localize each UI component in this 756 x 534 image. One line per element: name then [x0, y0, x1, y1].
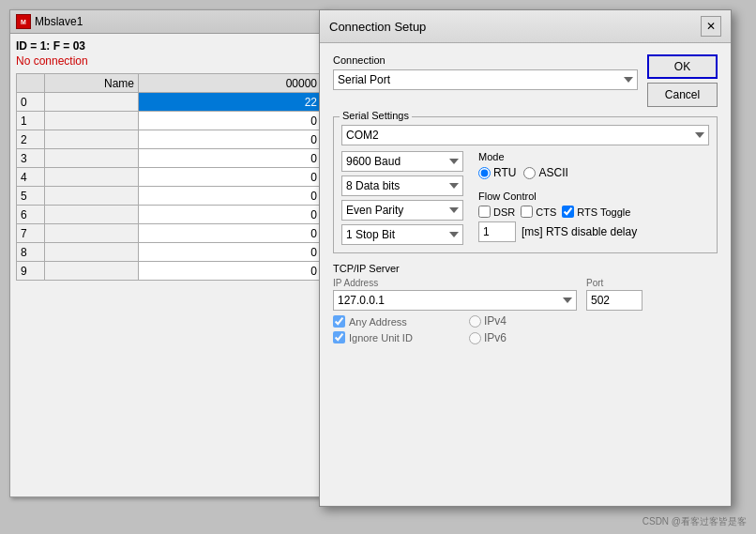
- row-value: 0: [139, 130, 322, 149]
- row-name: [45, 112, 139, 130]
- main-title: Mbslave1: [35, 15, 83, 28]
- port-input[interactable]: [586, 290, 643, 311]
- table-row: 10: [17, 112, 322, 130]
- table-row: 20: [17, 130, 322, 149]
- row-name: [45, 262, 139, 281]
- any-address-checkbox[interactable]: [333, 315, 345, 328]
- col-name: Name: [45, 74, 139, 93]
- any-address-label[interactable]: Any Address: [333, 315, 413, 328]
- row-number: 2: [17, 130, 45, 149]
- table-row: 40: [17, 168, 322, 187]
- row-number: 6: [17, 206, 45, 224]
- data-bits-select[interactable]: 8 Data bits: [341, 175, 463, 196]
- row-value: 22: [139, 93, 322, 112]
- rts-checkbox[interactable]: [562, 206, 574, 218]
- connection-select[interactable]: Serial Port: [333, 69, 638, 90]
- row-value: 0: [139, 224, 322, 243]
- table-row: 80: [17, 243, 322, 262]
- flow-check-row: DSR CTS RTS Toggle: [478, 206, 709, 218]
- rts-check-label[interactable]: RTS Toggle: [562, 206, 630, 218]
- main-window: M Mbslave1 ID = 1: F = 03 No connection …: [9, 9, 328, 497]
- data-table: Name 00000 022102030405060708090: [16, 73, 322, 281]
- row-name: [45, 224, 139, 243]
- row-name: [45, 130, 139, 149]
- row-value: 0: [139, 262, 322, 281]
- row-number: 1: [17, 112, 45, 130]
- ipv4-radio[interactable]: [469, 315, 481, 328]
- row-name: [45, 187, 139, 206]
- ipv4-label: IPv4: [484, 314, 507, 328]
- cts-checkbox[interactable]: [521, 206, 533, 218]
- rts-delay-row: [ms] RTS disable delay: [478, 221, 709, 242]
- cancel-button[interactable]: Cancel: [647, 83, 718, 107]
- id-info: ID = 1: F = 03: [16, 39, 322, 53]
- ascii-radio-label[interactable]: ASCII: [523, 166, 567, 179]
- ascii-label: ASCII: [538, 166, 567, 179]
- ignore-unit-label[interactable]: Ignore Unit ID: [333, 331, 413, 343]
- table-row: 90: [17, 262, 322, 281]
- rts-toggle-label: RTS Toggle: [577, 206, 630, 218]
- row-number: 5: [17, 187, 45, 206]
- mode-section: Mode RTU ASCII: [478, 151, 709, 185]
- ip-address-label: IP Address: [333, 278, 577, 288]
- main-content: ID = 1: F = 03 No connection Name 00000 …: [10, 34, 327, 286]
- ipv4-radio-label[interactable]: IPv4: [469, 314, 507, 328]
- ascii-radio[interactable]: [523, 167, 536, 179]
- row-value: 0: [139, 187, 322, 206]
- flow-control-label: Flow Control: [478, 191, 709, 202]
- dsr-checkbox[interactable]: [478, 206, 491, 218]
- rts-delay-label: [ms] RTS disable delay: [522, 225, 637, 238]
- tcpip-label: TCP/IP Server: [333, 263, 718, 274]
- row-number: 9: [17, 262, 45, 281]
- rtu-label: RTU: [493, 166, 516, 179]
- dialog-body: Connection Serial Port OK Cancel Serial …: [320, 43, 731, 356]
- table-row: 022: [17, 93, 322, 112]
- row-number: 0: [17, 93, 45, 112]
- ipv6-radio[interactable]: [469, 332, 481, 344]
- parity-select[interactable]: Even Parity: [341, 200, 463, 221]
- tcpip-check-row: Any Address Ignore Unit ID IPv4 IPv6: [333, 314, 718, 344]
- dialog-close-button[interactable]: ✕: [701, 16, 721, 37]
- app-icon: M: [16, 14, 31, 29]
- row-value: 0: [139, 112, 322, 130]
- dsr-label: DSR: [493, 206, 515, 218]
- row-number: 8: [17, 243, 45, 262]
- row-value: 0: [139, 206, 322, 224]
- port-field-group: Port: [586, 278, 643, 311]
- mode-row: RTU ASCII: [478, 166, 709, 179]
- serial-dropdowns: 9600 Baud 8 Data bits Even Parity 1 Stop…: [341, 151, 473, 245]
- ip-address-select[interactable]: 127.0.0.1: [333, 290, 577, 311]
- tcpip-address-row: IP Address 127.0.0.1 Port: [333, 278, 718, 311]
- baud-rate-select[interactable]: 9600 Baud: [341, 151, 463, 172]
- row-name: [45, 243, 139, 262]
- rtu-radio[interactable]: [478, 167, 491, 179]
- serial-grid: 9600 Baud 8 Data bits Even Parity 1 Stop…: [341, 151, 709, 245]
- connection-label: Connection: [333, 54, 638, 66]
- row-number: 4: [17, 168, 45, 187]
- dialog-buttons: OK Cancel: [647, 54, 718, 107]
- ipv6-radio-label[interactable]: IPv6: [469, 331, 507, 344]
- rts-delay-input[interactable]: [478, 221, 516, 242]
- row-value: 0: [139, 168, 322, 187]
- cts-check-label[interactable]: CTS: [521, 206, 556, 218]
- main-titlebar: M Mbslave1: [10, 10, 327, 34]
- com-port-select[interactable]: COM2: [341, 125, 709, 145]
- row-number: 3: [17, 149, 45, 168]
- table-row: 60: [17, 206, 322, 224]
- dialog-title: Connection Setup: [329, 20, 426, 34]
- row-number: 7: [17, 224, 45, 243]
- dialog-titlebar: Connection Setup ✕: [320, 10, 731, 43]
- stop-bit-select[interactable]: 1 Stop Bit: [341, 224, 463, 245]
- cts-label: CTS: [536, 206, 556, 218]
- row-value: 0: [139, 149, 322, 168]
- table-row: 30: [17, 149, 322, 168]
- row-value: 0: [139, 243, 322, 262]
- table-row: 50: [17, 187, 322, 206]
- dsr-check-label[interactable]: DSR: [478, 206, 515, 218]
- port-label: Port: [586, 278, 643, 288]
- col-rownum: [17, 74, 45, 93]
- ok-button[interactable]: OK: [647, 54, 718, 79]
- rtu-radio-label[interactable]: RTU: [478, 166, 516, 179]
- table-row: 70: [17, 224, 322, 243]
- ignore-unit-checkbox[interactable]: [333, 331, 345, 343]
